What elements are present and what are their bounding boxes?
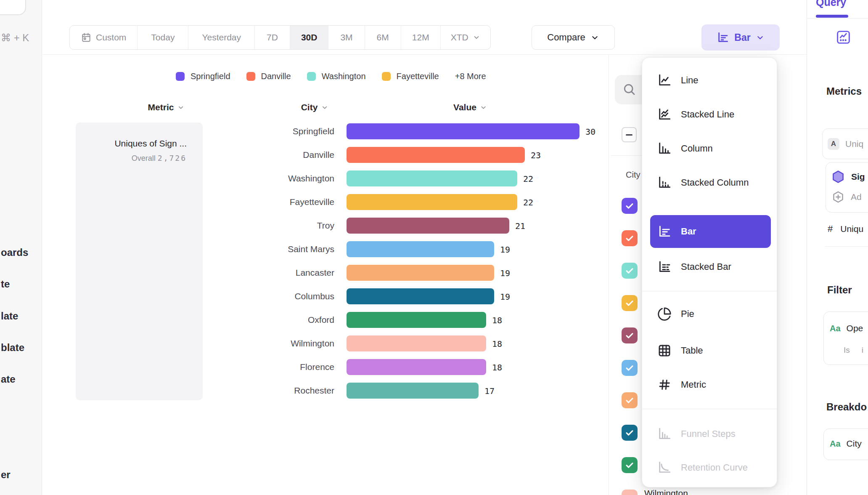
chevron-down-icon bbox=[473, 34, 480, 41]
breakdown-card[interactable]: Aa City bbox=[823, 428, 868, 460]
menu-item-retention-curve: Retention Curve bbox=[642, 454, 777, 481]
chart-type-button[interactable]: Bar bbox=[701, 24, 780, 51]
sidebar-item[interactable]: er bbox=[1, 469, 11, 481]
search-icon bbox=[622, 82, 636, 96]
bar[interactable] bbox=[347, 170, 517, 186]
range-custom[interactable]: Custom bbox=[70, 26, 137, 49]
event-card[interactable]: Sig Ad bbox=[826, 162, 868, 213]
bar[interactable] bbox=[347, 359, 486, 375]
metric-formula-card[interactable]: A Uniq bbox=[822, 128, 868, 159]
bar-category-label: Fayetteville bbox=[202, 190, 334, 214]
legend-item[interactable]: Springfield bbox=[176, 72, 230, 81]
column-header-metric[interactable]: Metric bbox=[148, 102, 185, 112]
city-checkbox[interactable] bbox=[622, 198, 638, 214]
city-checkbox[interactable] bbox=[622, 490, 638, 495]
filter-card[interactable]: Aa Ope Is i bbox=[823, 311, 868, 365]
menu-item-stacked-bar[interactable]: Stacked Bar bbox=[642, 253, 777, 280]
stacked-line-icon bbox=[657, 107, 672, 122]
legend-more[interactable]: +8 More bbox=[455, 72, 486, 81]
chart-legend: SpringfieldDanvilleWashingtonFayettevill… bbox=[176, 72, 486, 81]
select-all-checkbox[interactable] bbox=[622, 127, 637, 142]
bar[interactable] bbox=[347, 288, 494, 304]
filter-operator[interactable]: Is bbox=[844, 346, 850, 355]
filter-value[interactable]: i bbox=[862, 346, 863, 355]
bar-category-label: Troy bbox=[202, 214, 334, 237]
bar[interactable] bbox=[347, 265, 494, 281]
city-checkbox[interactable] bbox=[622, 457, 638, 473]
menu-item-table[interactable]: Table bbox=[642, 337, 777, 364]
range-3m[interactable]: 3M bbox=[328, 26, 364, 49]
range-7d[interactable]: 7D bbox=[254, 26, 290, 49]
bar[interactable] bbox=[347, 218, 509, 234]
menu-item-pie[interactable]: Pie bbox=[642, 301, 777, 327]
bar-value-label: 18 bbox=[492, 332, 502, 355]
menu-divider bbox=[642, 291, 777, 291]
menu-item-line[interactable]: Line bbox=[642, 67, 777, 94]
menu-item-label: Metric bbox=[681, 379, 706, 390]
legend-item[interactable]: Fayetteville bbox=[382, 72, 439, 81]
menu-item-label: Pie bbox=[681, 309, 694, 319]
indeterminate-mark bbox=[626, 134, 632, 136]
count-type-row[interactable]: # Uniqu bbox=[828, 224, 863, 234]
menu-item-metric[interactable]: Metric bbox=[642, 371, 777, 398]
event-hexagon-icon bbox=[831, 170, 845, 184]
chart-row: Florence18 bbox=[0, 355, 609, 379]
compare-label: Compare bbox=[547, 32, 585, 43]
menu-item-column[interactable]: Column bbox=[642, 135, 777, 162]
range-xtd[interactable]: XTD bbox=[440, 26, 490, 49]
legend-label: Washington bbox=[322, 72, 366, 81]
tab-query[interactable]: Query bbox=[816, 0, 846, 8]
city-checkbox[interactable] bbox=[622, 360, 638, 376]
bar[interactable] bbox=[347, 335, 486, 351]
range-30d[interactable]: 30D bbox=[290, 26, 328, 49]
legend-swatch bbox=[246, 72, 255, 81]
range-6m[interactable]: 6M bbox=[365, 26, 401, 49]
menu-item-stacked-column[interactable]: Stacked Column bbox=[642, 169, 777, 196]
bar[interactable] bbox=[347, 147, 525, 163]
line-icon bbox=[657, 73, 672, 88]
chart-row: Rochester17 bbox=[0, 379, 609, 402]
city-checkbox[interactable] bbox=[622, 263, 638, 279]
bar-chart: Springfield30Danville23Washington22Fayet… bbox=[0, 120, 609, 402]
range-12m[interactable]: 12M bbox=[401, 26, 440, 49]
sidebar-search-corner bbox=[0, 0, 26, 15]
legend-item[interactable]: Danville bbox=[246, 72, 291, 81]
legend-item[interactable]: Washington bbox=[307, 72, 366, 81]
add-filter-label[interactable]: Ad bbox=[851, 192, 862, 202]
column-header-value[interactable]: Value bbox=[453, 102, 487, 112]
filter-heading: Filter bbox=[827, 284, 852, 296]
menu-item-label: Stacked Bar bbox=[681, 261, 731, 272]
bar-value-label: 19 bbox=[500, 237, 510, 261]
bar[interactable] bbox=[347, 241, 494, 257]
bar-category-label: Washington bbox=[202, 167, 334, 190]
menu-item-bar[interactable]: Bar bbox=[650, 215, 771, 248]
city-checkbox[interactable] bbox=[622, 230, 638, 246]
funnel-icon bbox=[657, 427, 672, 441]
insights-chart-icon[interactable] bbox=[836, 29, 851, 45]
bar[interactable] bbox=[347, 383, 479, 399]
compare-button[interactable]: Compare bbox=[532, 25, 615, 50]
bar[interactable] bbox=[347, 312, 486, 328]
add-filter-icon bbox=[831, 190, 845, 204]
city-checkbox[interactable] bbox=[622, 392, 638, 408]
range-today[interactable]: Today bbox=[137, 26, 188, 49]
city-checkbox[interactable] bbox=[622, 425, 638, 441]
pie-icon bbox=[657, 307, 672, 321]
bar-category-label: Columbus bbox=[202, 285, 334, 308]
city-checkbox[interactable] bbox=[622, 327, 638, 343]
bar-value-label: 30 bbox=[585, 120, 595, 143]
formula-text: Uniq bbox=[845, 139, 863, 149]
city-checkbox[interactable] bbox=[622, 295, 638, 311]
bar-category-label: Florence bbox=[202, 355, 334, 379]
range-label: 30D bbox=[301, 32, 318, 43]
menu-item-stacked-line[interactable]: Stacked Line bbox=[642, 101, 777, 128]
range-label: 3M bbox=[340, 32, 352, 43]
column-header-city[interactable]: City bbox=[301, 102, 328, 112]
bar[interactable] bbox=[347, 123, 580, 139]
bar-category-label: Danville bbox=[202, 143, 334, 167]
app-canvas: ⌘ + K oardstelateblateateer CustomTodayY… bbox=[0, 0, 868, 495]
menu-item-label: Table bbox=[681, 345, 703, 356]
chart-type-menu: LineStacked LineColumnStacked ColumnBarS… bbox=[642, 57, 777, 487]
range-yesterday[interactable]: Yesterday bbox=[188, 26, 254, 49]
bar[interactable] bbox=[347, 194, 517, 210]
